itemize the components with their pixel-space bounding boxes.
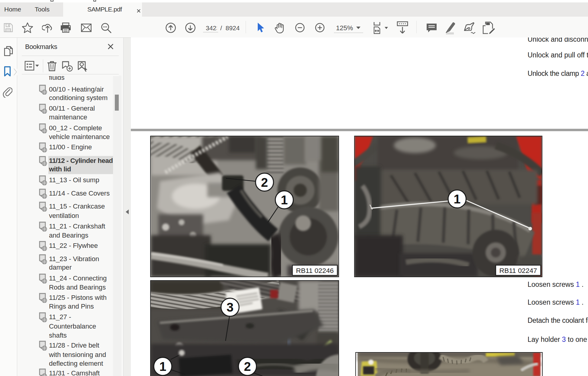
svg-text:2: 2 — [261, 175, 268, 190]
svg-text:3: 3 — [227, 300, 234, 314]
svg-text:1: 1 — [159, 359, 166, 374]
svg-text:RB11 02246: RB11 02246 — [296, 267, 334, 274]
svg-text:RB11 02247: RB11 02247 — [499, 267, 537, 274]
svg-text:2: 2 — [244, 359, 251, 374]
svg-text:1: 1 — [454, 192, 460, 206]
svg-text:1: 1 — [281, 193, 288, 207]
